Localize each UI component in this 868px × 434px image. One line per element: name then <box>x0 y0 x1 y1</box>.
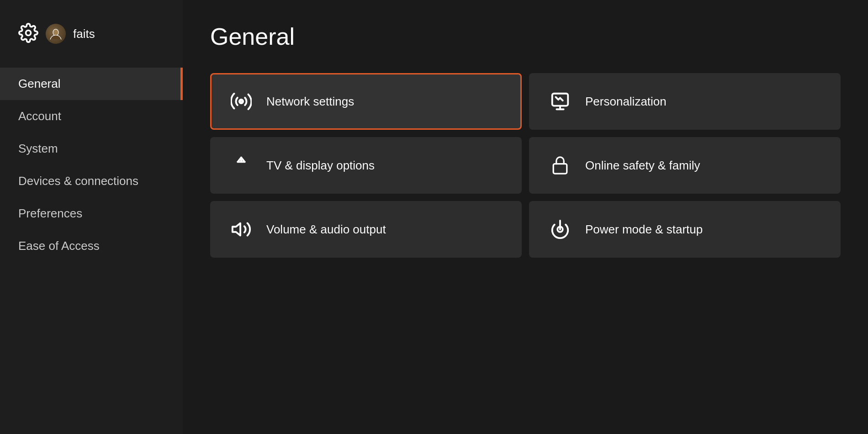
svg-marker-11 <box>233 223 240 236</box>
sidebar-item-account[interactable]: Account <box>0 100 183 132</box>
network-icon <box>230 91 253 112</box>
lock-icon <box>549 155 572 176</box>
sidebar-nav: General Account System Devices & connect… <box>0 68 183 262</box>
page-title: General <box>210 23 841 50</box>
sidebar-item-preferences[interactable]: Preferences <box>0 197 183 230</box>
sidebar-item-devices[interactable]: Devices & connections <box>0 165 183 197</box>
volume-label: Volume & audio output <box>266 222 386 237</box>
sidebar-header: faits <box>0 14 183 63</box>
sidebar: faits General Account System Devices & c… <box>0 0 183 434</box>
grid-item-online-safety[interactable]: Online safety & family <box>529 137 841 194</box>
settings-grid: Network settings Personalization <box>210 73 841 258</box>
network-settings-label: Network settings <box>266 95 354 109</box>
avatar <box>46 24 66 44</box>
sidebar-item-system[interactable]: System <box>0 132 183 165</box>
svg-point-3 <box>241 101 242 102</box>
sidebar-item-ease[interactable]: Ease of Access <box>0 230 183 262</box>
svg-point-1 <box>53 29 58 36</box>
main-content: General Network settings <box>183 0 868 434</box>
grid-item-volume[interactable]: Volume & audio output <box>210 201 522 258</box>
sidebar-item-general[interactable]: General <box>0 68 183 100</box>
personalization-icon <box>549 91 572 112</box>
power-label: Power mode & startup <box>585 222 703 237</box>
settings-icon <box>18 23 38 45</box>
grid-item-network[interactable]: Network settings <box>210 73 522 130</box>
grid-item-power[interactable]: Power mode & startup <box>529 201 841 258</box>
personalization-label: Personalization <box>585 95 667 109</box>
online-safety-label: Online safety & family <box>585 159 700 173</box>
username: faits <box>73 27 95 41</box>
svg-rect-4 <box>552 94 568 106</box>
tv-display-label: TV & display options <box>266 159 375 173</box>
power-icon <box>549 219 572 240</box>
tv-icon <box>230 155 253 176</box>
grid-item-tv-display[interactable]: TV & display options <box>210 137 522 194</box>
svg-point-0 <box>26 31 31 36</box>
svg-rect-10 <box>553 164 567 174</box>
grid-item-personalization[interactable]: Personalization <box>529 73 841 130</box>
volume-icon <box>230 219 253 240</box>
